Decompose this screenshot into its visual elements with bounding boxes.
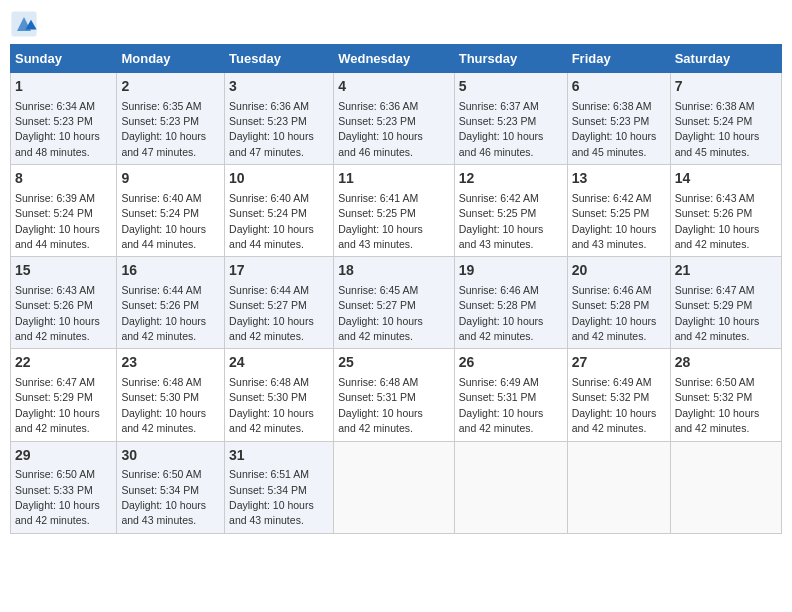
day-number: 16 (121, 261, 220, 281)
day-number: 29 (15, 446, 112, 466)
cell-info: Sunrise: 6:50 AMSunset: 5:32 PMDaylight:… (675, 376, 760, 434)
cell-info: Sunrise: 6:41 AMSunset: 5:25 PMDaylight:… (338, 192, 423, 250)
cell-info: Sunrise: 6:34 AMSunset: 5:23 PMDaylight:… (15, 100, 100, 158)
day-number: 11 (338, 169, 450, 189)
calendar-cell: 7Sunrise: 6:38 AMSunset: 5:24 PMDaylight… (670, 73, 781, 165)
day-number: 26 (459, 353, 563, 373)
calendar-cell: 5Sunrise: 6:37 AMSunset: 5:23 PMDaylight… (454, 73, 567, 165)
calendar-week-row: 8Sunrise: 6:39 AMSunset: 5:24 PMDaylight… (11, 165, 782, 257)
cell-info: Sunrise: 6:43 AMSunset: 5:26 PMDaylight:… (15, 284, 100, 342)
cell-info: Sunrise: 6:42 AMSunset: 5:25 PMDaylight:… (572, 192, 657, 250)
calendar-cell: 6Sunrise: 6:38 AMSunset: 5:23 PMDaylight… (567, 73, 670, 165)
day-number: 10 (229, 169, 329, 189)
calendar-table: SundayMondayTuesdayWednesdayThursdayFrid… (10, 44, 782, 534)
calendar-cell: 23Sunrise: 6:48 AMSunset: 5:30 PMDayligh… (117, 349, 225, 441)
calendar-header-row: SundayMondayTuesdayWednesdayThursdayFrid… (11, 45, 782, 73)
col-header-wednesday: Wednesday (334, 45, 455, 73)
day-number: 17 (229, 261, 329, 281)
day-number: 20 (572, 261, 666, 281)
calendar-cell: 1Sunrise: 6:34 AMSunset: 5:23 PMDaylight… (11, 73, 117, 165)
cell-info: Sunrise: 6:47 AMSunset: 5:29 PMDaylight:… (15, 376, 100, 434)
calendar-cell: 19Sunrise: 6:46 AMSunset: 5:28 PMDayligh… (454, 257, 567, 349)
calendar-cell: 25Sunrise: 6:48 AMSunset: 5:31 PMDayligh… (334, 349, 455, 441)
col-header-thursday: Thursday (454, 45, 567, 73)
cell-info: Sunrise: 6:42 AMSunset: 5:25 PMDaylight:… (459, 192, 544, 250)
col-header-friday: Friday (567, 45, 670, 73)
calendar-cell: 18Sunrise: 6:45 AMSunset: 5:27 PMDayligh… (334, 257, 455, 349)
calendar-cell (567, 441, 670, 533)
calendar-cell: 31Sunrise: 6:51 AMSunset: 5:34 PMDayligh… (225, 441, 334, 533)
cell-info: Sunrise: 6:46 AMSunset: 5:28 PMDaylight:… (572, 284, 657, 342)
calendar-cell: 27Sunrise: 6:49 AMSunset: 5:32 PMDayligh… (567, 349, 670, 441)
cell-info: Sunrise: 6:36 AMSunset: 5:23 PMDaylight:… (338, 100, 423, 158)
calendar-cell: 29Sunrise: 6:50 AMSunset: 5:33 PMDayligh… (11, 441, 117, 533)
cell-info: Sunrise: 6:40 AMSunset: 5:24 PMDaylight:… (229, 192, 314, 250)
col-header-monday: Monday (117, 45, 225, 73)
cell-info: Sunrise: 6:45 AMSunset: 5:27 PMDaylight:… (338, 284, 423, 342)
cell-info: Sunrise: 6:37 AMSunset: 5:23 PMDaylight:… (459, 100, 544, 158)
cell-info: Sunrise: 6:50 AMSunset: 5:34 PMDaylight:… (121, 468, 206, 526)
cell-info: Sunrise: 6:50 AMSunset: 5:33 PMDaylight:… (15, 468, 100, 526)
calendar-week-row: 22Sunrise: 6:47 AMSunset: 5:29 PMDayligh… (11, 349, 782, 441)
cell-info: Sunrise: 6:44 AMSunset: 5:26 PMDaylight:… (121, 284, 206, 342)
calendar-cell: 10Sunrise: 6:40 AMSunset: 5:24 PMDayligh… (225, 165, 334, 257)
day-number: 27 (572, 353, 666, 373)
day-number: 2 (121, 77, 220, 97)
day-number: 15 (15, 261, 112, 281)
cell-info: Sunrise: 6:48 AMSunset: 5:30 PMDaylight:… (229, 376, 314, 434)
logo (10, 10, 42, 38)
cell-info: Sunrise: 6:38 AMSunset: 5:23 PMDaylight:… (572, 100, 657, 158)
calendar-week-row: 1Sunrise: 6:34 AMSunset: 5:23 PMDaylight… (11, 73, 782, 165)
calendar-cell: 12Sunrise: 6:42 AMSunset: 5:25 PMDayligh… (454, 165, 567, 257)
calendar-cell: 9Sunrise: 6:40 AMSunset: 5:24 PMDaylight… (117, 165, 225, 257)
page-header (10, 10, 782, 38)
cell-info: Sunrise: 6:38 AMSunset: 5:24 PMDaylight:… (675, 100, 760, 158)
cell-info: Sunrise: 6:39 AMSunset: 5:24 PMDaylight:… (15, 192, 100, 250)
calendar-cell (334, 441, 455, 533)
day-number: 19 (459, 261, 563, 281)
calendar-cell: 20Sunrise: 6:46 AMSunset: 5:28 PMDayligh… (567, 257, 670, 349)
cell-info: Sunrise: 6:47 AMSunset: 5:29 PMDaylight:… (675, 284, 760, 342)
calendar-cell: 14Sunrise: 6:43 AMSunset: 5:26 PMDayligh… (670, 165, 781, 257)
day-number: 14 (675, 169, 777, 189)
day-number: 31 (229, 446, 329, 466)
day-number: 30 (121, 446, 220, 466)
cell-info: Sunrise: 6:49 AMSunset: 5:31 PMDaylight:… (459, 376, 544, 434)
day-number: 18 (338, 261, 450, 281)
day-number: 13 (572, 169, 666, 189)
day-number: 7 (675, 77, 777, 97)
day-number: 1 (15, 77, 112, 97)
day-number: 3 (229, 77, 329, 97)
calendar-cell: 16Sunrise: 6:44 AMSunset: 5:26 PMDayligh… (117, 257, 225, 349)
calendar-cell: 8Sunrise: 6:39 AMSunset: 5:24 PMDaylight… (11, 165, 117, 257)
calendar-cell: 26Sunrise: 6:49 AMSunset: 5:31 PMDayligh… (454, 349, 567, 441)
calendar-cell: 17Sunrise: 6:44 AMSunset: 5:27 PMDayligh… (225, 257, 334, 349)
col-header-tuesday: Tuesday (225, 45, 334, 73)
calendar-cell: 21Sunrise: 6:47 AMSunset: 5:29 PMDayligh… (670, 257, 781, 349)
calendar-cell: 28Sunrise: 6:50 AMSunset: 5:32 PMDayligh… (670, 349, 781, 441)
cell-info: Sunrise: 6:43 AMSunset: 5:26 PMDaylight:… (675, 192, 760, 250)
calendar-cell: 11Sunrise: 6:41 AMSunset: 5:25 PMDayligh… (334, 165, 455, 257)
calendar-cell: 30Sunrise: 6:50 AMSunset: 5:34 PMDayligh… (117, 441, 225, 533)
calendar-cell: 2Sunrise: 6:35 AMSunset: 5:23 PMDaylight… (117, 73, 225, 165)
day-number: 21 (675, 261, 777, 281)
day-number: 8 (15, 169, 112, 189)
calendar-cell: 22Sunrise: 6:47 AMSunset: 5:29 PMDayligh… (11, 349, 117, 441)
day-number: 23 (121, 353, 220, 373)
calendar-cell: 24Sunrise: 6:48 AMSunset: 5:30 PMDayligh… (225, 349, 334, 441)
calendar-week-row: 15Sunrise: 6:43 AMSunset: 5:26 PMDayligh… (11, 257, 782, 349)
day-number: 22 (15, 353, 112, 373)
cell-info: Sunrise: 6:44 AMSunset: 5:27 PMDaylight:… (229, 284, 314, 342)
calendar-cell: 4Sunrise: 6:36 AMSunset: 5:23 PMDaylight… (334, 73, 455, 165)
day-number: 24 (229, 353, 329, 373)
calendar-cell: 15Sunrise: 6:43 AMSunset: 5:26 PMDayligh… (11, 257, 117, 349)
day-number: 12 (459, 169, 563, 189)
day-number: 4 (338, 77, 450, 97)
day-number: 6 (572, 77, 666, 97)
col-header-saturday: Saturday (670, 45, 781, 73)
cell-info: Sunrise: 6:35 AMSunset: 5:23 PMDaylight:… (121, 100, 206, 158)
cell-info: Sunrise: 6:49 AMSunset: 5:32 PMDaylight:… (572, 376, 657, 434)
calendar-week-row: 29Sunrise: 6:50 AMSunset: 5:33 PMDayligh… (11, 441, 782, 533)
day-number: 25 (338, 353, 450, 373)
cell-info: Sunrise: 6:48 AMSunset: 5:30 PMDaylight:… (121, 376, 206, 434)
